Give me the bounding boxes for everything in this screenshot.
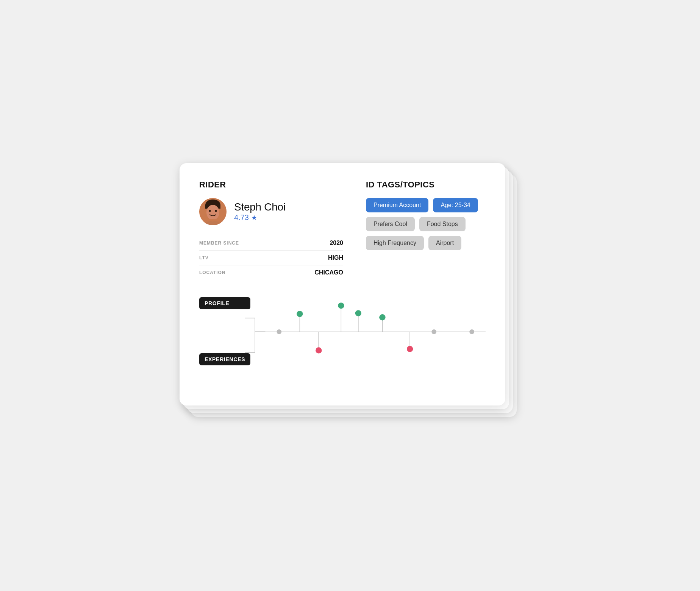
tags-section: iD TAGS/TOPICS Premium Account Age: 25-3… xyxy=(358,180,486,280)
member-since-row: MEMBER SINCE 2020 xyxy=(199,236,343,251)
tag-food-stops: Food Stops xyxy=(419,217,466,231)
svg-point-5 xyxy=(215,210,217,212)
card-top-section: RIDER xyxy=(199,180,486,280)
tags-row-2: Prefers Cool Food Stops xyxy=(366,217,486,231)
tag-age: Age: 25-34 xyxy=(433,198,478,212)
svg-point-16 xyxy=(379,314,385,320)
card-stack: RIDER xyxy=(180,163,520,428)
svg-point-20 xyxy=(316,347,322,353)
rider-header: Steph Choi 4.73 ★ xyxy=(199,198,343,225)
rider-name-block: Steph Choi 4.73 ★ xyxy=(234,201,286,222)
member-since-label: MEMBER SINCE xyxy=(199,236,286,251)
location-value: CHICAGO xyxy=(286,265,343,280)
avatar xyxy=(199,198,227,225)
svg-point-10 xyxy=(277,329,281,334)
tags-container: Premium Account Age: 25-34 Prefers Cool … xyxy=(366,198,486,250)
svg-point-14 xyxy=(355,310,361,316)
location-row: LOCATION CHICAGO xyxy=(199,265,343,280)
tag-prefers-cool: Prefers Cool xyxy=(366,217,415,231)
tag-high-frequency: High Frequency xyxy=(366,236,424,250)
rating-value: 4.73 xyxy=(234,213,249,222)
timeline-chart: PROFILE EXPERIENCES xyxy=(199,293,486,380)
ltv-value: HIGH xyxy=(286,250,343,265)
tags-row-1: Premium Account Age: 25-34 xyxy=(366,198,486,212)
ltv-label: LTV xyxy=(199,250,286,265)
profile-label: PROFILE xyxy=(199,297,250,309)
main-card: RIDER xyxy=(180,163,505,405)
tag-premium-account: Premium Account xyxy=(366,198,428,212)
rider-section: RIDER xyxy=(199,180,358,280)
tags-section-title: iD TAGS/TOPICS xyxy=(366,180,486,190)
svg-point-18 xyxy=(469,329,474,334)
svg-point-4 xyxy=(209,210,211,212)
svg-point-17 xyxy=(431,329,436,334)
rider-info-table: MEMBER SINCE 2020 LTV HIGH LOCATION CHIC… xyxy=(199,236,343,280)
ltv-row: LTV HIGH xyxy=(199,250,343,265)
rider-section-title: RIDER xyxy=(199,180,343,190)
rider-rating: 4.73 ★ xyxy=(234,213,286,222)
svg-point-22 xyxy=(407,346,413,352)
experiences-label: EXPERIENCES xyxy=(199,353,250,365)
svg-point-9 xyxy=(297,310,303,317)
member-since-value: 2020 xyxy=(286,236,343,251)
chart-labels: PROFILE EXPERIENCES xyxy=(199,293,250,380)
svg-point-3 xyxy=(206,205,219,220)
rider-name: Steph Choi xyxy=(234,201,286,213)
svg-point-12 xyxy=(338,303,344,309)
tag-airport: Airport xyxy=(428,236,461,250)
star-icon: ★ xyxy=(251,214,257,222)
tags-row-3: High Frequency Airport xyxy=(366,236,486,250)
chart-svg-container xyxy=(245,293,486,380)
location-label: LOCATION xyxy=(199,265,286,280)
